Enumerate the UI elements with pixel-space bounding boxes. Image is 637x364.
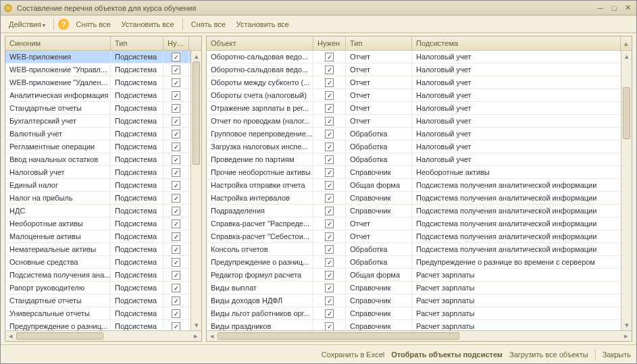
- set-all-left-button[interactable]: Установить все: [118, 18, 178, 30]
- scroll-up-icon[interactable]: ▴: [191, 51, 201, 61]
- minimize-button[interactable]: ─: [594, 3, 607, 14]
- cell-needed[interactable]: ✓: [163, 128, 189, 140]
- cell-needed[interactable]: ✓: [163, 307, 189, 319]
- table-row[interactable]: Бухгалтерский учетПодсистема✓: [5, 115, 201, 128]
- checkbox[interactable]: ✓: [325, 296, 334, 305]
- table-row[interactable]: Виды льгот работников орг...✓СправочникР…: [207, 307, 632, 320]
- cell-needed[interactable]: ✓: [163, 192, 189, 204]
- cell-needed[interactable]: ✓: [313, 269, 346, 281]
- checkbox[interactable]: ✓: [172, 207, 180, 215]
- cell-needed[interactable]: ✓: [313, 153, 346, 165]
- checkbox[interactable]: ✓: [325, 219, 334, 228]
- table-row[interactable]: Загрузка налоговых инспе...✓ОбработкаНал…: [207, 140, 632, 153]
- table-row[interactable]: Малоценные активыПодсистема✓: [5, 230, 201, 243]
- right-col-type[interactable]: Тип: [346, 36, 412, 50]
- left-col-type[interactable]: Тип: [111, 36, 163, 50]
- checkbox[interactable]: ✓: [172, 91, 180, 100]
- table-row[interactable]: Предупреждение о разниц...Подсистема✓: [5, 320, 201, 330]
- checkbox[interactable]: ✓: [325, 271, 334, 280]
- right-vscroll-thumb[interactable]: [623, 87, 630, 138]
- checkbox[interactable]: ✓: [325, 66, 334, 74]
- checkbox[interactable]: ✓: [172, 194, 180, 203]
- right-col-object[interactable]: Объект: [207, 36, 313, 50]
- table-row[interactable]: Ввод начальных остатковПодсистема✓: [5, 153, 201, 166]
- cell-needed[interactable]: ✓: [163, 282, 189, 294]
- actions-menu[interactable]: Действия: [5, 18, 49, 30]
- sort-icon[interactable]: ▴: [621, 36, 632, 50]
- cell-needed[interactable]: ✓: [163, 269, 189, 281]
- table-row[interactable]: Виды выплат✓СправочникРасчет зарплаты: [207, 282, 632, 294]
- checkbox[interactable]: ✓: [325, 258, 334, 267]
- checkbox[interactable]: ✓: [325, 309, 334, 318]
- table-row[interactable]: Рапорт руководителюПодсистема✓: [5, 282, 201, 294]
- cell-needed[interactable]: ✓: [163, 89, 189, 101]
- cell-needed[interactable]: ✓: [313, 63, 346, 76]
- load-all-button[interactable]: Загрузить все объекты: [509, 350, 588, 359]
- cell-needed[interactable]: ✓: [313, 179, 346, 191]
- left-vscroll[interactable]: ▴ ▾: [190, 51, 201, 330]
- table-row[interactable]: Консоль отчетов✓ОбработкаПодсистема полу…: [207, 243, 632, 256]
- cell-needed[interactable]: ✓: [163, 153, 189, 165]
- table-row[interactable]: Редактор формул расчета✓Общая формаРасче…: [207, 269, 632, 282]
- cell-needed[interactable]: ✓: [163, 294, 189, 307]
- cell-needed[interactable]: ✓: [163, 76, 189, 88]
- table-row[interactable]: Справка-расчет "Себестои...✓ОтчетПодсист…: [207, 230, 632, 243]
- right-hscroll-thumb[interactable]: [218, 332, 459, 340]
- table-row[interactable]: Настройка интервалов✓СправочникПодсистем…: [207, 192, 632, 205]
- table-row[interactable]: Отражение зарплаты в рег...✓ОтчетНалогов…: [207, 102, 632, 115]
- scroll-left-icon[interactable]: ◂: [5, 331, 16, 341]
- table-row[interactable]: Справка-расчет "Распреде...✓ОтчетПодсист…: [207, 217, 632, 230]
- checkbox[interactable]: ✓: [172, 117, 180, 126]
- select-subsystems-button[interactable]: Отобрать объекты подсистем: [391, 350, 503, 359]
- checkbox[interactable]: ✓: [172, 245, 180, 254]
- table-row[interactable]: Универсальные отчетыПодсистема✓: [5, 307, 201, 320]
- scroll-down-icon[interactable]: ▾: [191, 319, 201, 330]
- cell-needed[interactable]: ✓: [163, 51, 189, 63]
- table-row[interactable]: WEB-приложение "Удален...Подсистема✓: [5, 76, 201, 89]
- cell-needed[interactable]: ✓: [313, 320, 346, 330]
- checkbox[interactable]: ✓: [325, 78, 334, 87]
- scroll-down-icon[interactable]: ▾: [621, 319, 632, 330]
- close-footer-button[interactable]: Закрыть: [603, 350, 631, 359]
- cell-needed[interactable]: ✓: [163, 230, 189, 242]
- table-row[interactable]: Необоротные активыПодсистема✓: [5, 217, 201, 230]
- close-button[interactable]: ✕: [621, 3, 634, 14]
- cell-needed[interactable]: ✓: [313, 89, 346, 101]
- cell-needed[interactable]: ✓: [313, 166, 346, 178]
- scroll-left-icon[interactable]: ◂: [207, 331, 218, 341]
- checkbox[interactable]: ✓: [325, 104, 334, 113]
- table-row[interactable]: Подсистема получения ана...Подсистема✓: [5, 269, 201, 282]
- table-row[interactable]: Групповое перепроведение...✓ОбработкаНал…: [207, 128, 632, 140]
- cell-needed[interactable]: ✓: [163, 140, 189, 153]
- left-vscroll-thumb[interactable]: [193, 61, 200, 165]
- checkbox[interactable]: ✓: [325, 181, 334, 190]
- cell-needed[interactable]: ✓: [163, 102, 189, 114]
- cell-needed[interactable]: ✓: [313, 140, 346, 153]
- table-row[interactable]: Основные средстваПодсистема✓: [5, 256, 201, 269]
- table-row[interactable]: Нематериальные активыПодсистема✓: [5, 243, 201, 256]
- checkbox[interactable]: ✓: [325, 142, 334, 151]
- table-row[interactable]: Оборотно-сальдовая ведо...✓ОтчетНалоговы…: [207, 51, 632, 63]
- maximize-button[interactable]: □: [608, 3, 620, 14]
- cell-needed[interactable]: ✓: [313, 282, 346, 294]
- cell-needed[interactable]: ✓: [313, 205, 346, 217]
- left-hscroll-thumb[interactable]: [16, 332, 103, 340]
- cell-needed[interactable]: ✓: [313, 294, 346, 307]
- scroll-up-icon[interactable]: ▴: [621, 51, 632, 61]
- table-row[interactable]: Виды доходов НДФЛ✓СправочникРасчет зарпл…: [207, 294, 632, 307]
- table-row[interactable]: Обороты счета (налоговый)✓ОтчетНалоговый…: [207, 89, 632, 102]
- checkbox[interactable]: ✓: [172, 130, 180, 138]
- table-row[interactable]: Проведение по партиям✓ОбработкаНалоговый…: [207, 153, 632, 166]
- checkbox[interactable]: ✓: [172, 53, 180, 61]
- left-hscroll[interactable]: ◂ ▸: [5, 330, 201, 341]
- checkbox[interactable]: ✓: [172, 168, 180, 177]
- cell-needed[interactable]: ✓: [163, 243, 189, 255]
- table-row[interactable]: Стандартные отчетыПодсистема✓: [5, 294, 201, 307]
- left-grid-body[interactable]: WEB-приложенияПодсистема✓WEB-приложение …: [5, 51, 201, 330]
- checkbox[interactable]: ✓: [325, 245, 334, 254]
- checkbox[interactable]: ✓: [325, 91, 334, 100]
- checkbox[interactable]: ✓: [325, 194, 334, 203]
- checkbox[interactable]: ✓: [325, 155, 334, 164]
- checkbox[interactable]: ✓: [325, 168, 334, 177]
- clear-all-left-button[interactable]: Снять все: [72, 18, 114, 30]
